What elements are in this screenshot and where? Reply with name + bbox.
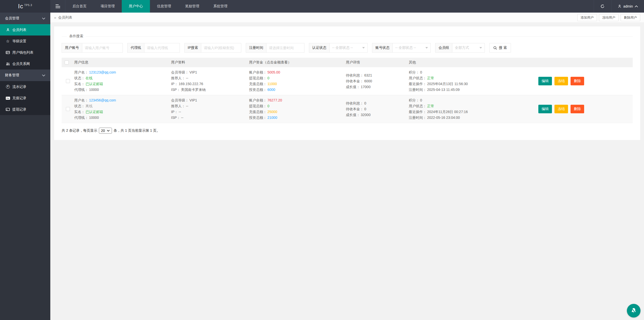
wallet-icon — [6, 51, 10, 54]
sidebar: 会员管理 会员列表 ☆ 等级设置 用户钱包列表 会员关系网 财务管理 — [0, 13, 50, 320]
col-user-funds: 用户资金（点击金额查看） — [249, 60, 346, 65]
hamburger-icon[interactable] — [50, 0, 65, 13]
col-user-profile: 用户资料 — [171, 60, 249, 65]
balance-amount[interactable]: 5005.00 — [267, 70, 280, 74]
refresh-icon[interactable] — [594, 0, 611, 13]
filter-agent-line: 代理线 — [127, 43, 180, 53]
user-status-badge: 正常 — [427, 76, 434, 80]
online-status: 在线 — [86, 76, 93, 80]
delete-button[interactable]: 删除 — [571, 105, 584, 113]
yen-icon: ¥ — [6, 85, 10, 89]
realname-status: 已认证邮箱 — [86, 82, 103, 86]
bell-slash-icon — [630, 307, 637, 314]
app-logo: Ic TP5.3 — [0, 0, 50, 13]
balance-amount[interactable]: 76277.20 — [267, 98, 282, 102]
page-size-select[interactable]: 20 — [99, 128, 112, 134]
pagination-suffix: 条，共 1 页当前显示第 1 页。 — [113, 128, 160, 133]
chevron-down-icon — [107, 130, 110, 132]
filter-label: 账号状态 — [372, 43, 393, 52]
member-group-select[interactable]: 全部方式 — [452, 43, 485, 52]
sidebar-item-label: 充值记录 — [12, 96, 26, 100]
sidebar-item-level-settings[interactable]: ☆ 等级设置 — [0, 35, 50, 47]
top-nav: 后台首页 项目管理 用户中心 信息管理 奖励管理 系统管理 — [65, 0, 234, 13]
username-link[interactable]: 123456@qq.com — [89, 98, 116, 102]
other-cell: 积分：0 用户状态：正常 最近操作：2025年04月13日 11:56:30 注… — [409, 69, 538, 93]
nav-item-rewards[interactable]: 奖励管理 — [178, 0, 206, 13]
sidebar-item-recharge-records[interactable]: Pay 充值记录 — [0, 92, 50, 104]
user-profile-cell: 会员等级：VIP1 推荐人：-- IP：169.150.222.76 ISP：美… — [171, 69, 249, 93]
row-checkbox[interactable] — [66, 79, 70, 83]
auth-status-select[interactable]: -- 全部状态 -- — [330, 43, 367, 52]
recharge-amount[interactable]: 25000 — [267, 110, 277, 114]
breadcrumb-separator: » — [54, 15, 56, 20]
sidebar-item-label: 提现记录 — [12, 107, 26, 112]
network-icon — [6, 62, 10, 65]
agent-line-input[interactable] — [144, 43, 180, 52]
freeze-button[interactable]: 冻结 — [554, 105, 568, 113]
sidebar-item-withdraw-records[interactable]: 提现记录 — [0, 104, 50, 115]
sidebar-group-member-mgmt[interactable]: 会员管理 — [0, 13, 50, 24]
username-link[interactable]: 123123@qq.com — [89, 70, 116, 74]
row-checkbox[interactable] — [66, 107, 70, 111]
chevron-down-icon — [425, 47, 428, 49]
search-button[interactable]: 搜 索 — [489, 43, 511, 53]
user-status-badge: 正常 — [427, 104, 434, 108]
user-account-input[interactable] — [82, 43, 123, 52]
member-icon — [6, 28, 10, 32]
mute-notifications-button[interactable] — [627, 304, 640, 317]
delete-button[interactable]: 删除 — [571, 77, 584, 85]
search-legend: 条件搜索 — [67, 34, 86, 39]
table-row: 用户名：123456@qq.com 状态：离线 实名：已认证邮箱 代理线：100… — [62, 95, 633, 123]
account-status-select[interactable]: -- 全部状态 -- — [393, 43, 430, 52]
edit-button[interactable]: 编辑 — [538, 77, 552, 85]
filter-label: 代理线 — [128, 43, 144, 52]
nav-item-dashboard[interactable]: 后台首页 — [65, 0, 94, 13]
filter-user-account: 用户账号 — [62, 43, 123, 53]
search-fieldset: 条件搜索 用户账号 代理线 IP搜索 注册时间 — [62, 34, 633, 53]
chevron-up-icon — [635, 5, 638, 8]
filter-label: IP搜索 — [185, 43, 201, 52]
edit-button[interactable]: 编辑 — [538, 105, 552, 113]
nav-item-projects[interactable]: 项目管理 — [94, 0, 122, 13]
nav-item-system[interactable]: 系统管理 — [206, 0, 234, 13]
withdraw-amount[interactable]: 0 — [267, 104, 269, 108]
search-filters: 用户账号 代理线 IP搜索 注册时间 认证状态 — [62, 43, 633, 53]
sidebar-item-member-network[interactable]: 会员关系网 — [0, 58, 50, 69]
register-time-input[interactable] — [266, 43, 304, 52]
row-actions: 编辑 冻结 删除 — [538, 97, 633, 121]
user-menu[interactable]: admin — [611, 0, 644, 13]
invest-amount[interactable]: 21000 — [267, 116, 277, 120]
pagination-prefix: 共 2 条记录，每页显示 — [62, 128, 97, 133]
nav-item-user-center[interactable]: 用户中心 — [122, 0, 150, 13]
sidebar-item-transaction-log[interactable]: ¥ 流水记录 — [0, 81, 50, 92]
filter-label: 注册时间 — [246, 43, 266, 52]
sidebar-item-user-wallets[interactable]: 用户钱包列表 — [0, 47, 50, 58]
col-other: 其他 — [409, 60, 538, 65]
nav-item-info[interactable]: 信息管理 — [150, 0, 178, 13]
filter-ip-search: IP搜索 — [184, 43, 241, 53]
realname-status: 已认证邮箱 — [86, 110, 103, 114]
sidebar-group-finance-mgmt[interactable]: 财务管理 — [0, 69, 50, 81]
topbar: Ic TP5.3 后台首页 项目管理 用户中心 信息管理 奖励管理 系统管理 a… — [0, 0, 644, 13]
chevron-down-icon — [42, 17, 45, 20]
breadcrumb: » 会员列表 — [54, 15, 72, 20]
sidebar-item-member-list[interactable]: 会员列表 — [0, 24, 50, 35]
star-icon: ☆ — [6, 39, 10, 44]
invest-amount[interactable]: 6000 — [267, 88, 275, 92]
select-all-checkbox[interactable] — [65, 60, 69, 64]
withdraw-amount[interactable]: 0 — [267, 76, 269, 80]
sidebar-item-label: 会员关系网 — [12, 62, 30, 66]
recharge-amount[interactable]: 11000 — [267, 82, 277, 86]
ip-search-input[interactable] — [201, 43, 241, 52]
breadcrumb-bar: » 会员列表 添加用户 冻结用户 删除用户 — [50, 13, 644, 23]
freeze-user-button[interactable]: 冻结用户 — [599, 14, 619, 21]
chevron-down-icon — [479, 47, 482, 49]
user-info-cell: 用户名：123456@qq.com 状态：离线 实名：已认证邮箱 代理线：100… — [74, 97, 171, 121]
pagination: 共 2 条记录，每页显示 20 条，共 1 页当前显示第 1 页。 — [62, 128, 633, 134]
row-actions: 编辑 冻结 删除 — [538, 69, 633, 93]
add-user-button[interactable]: 添加用户 — [577, 14, 597, 21]
delete-user-button[interactable]: 删除用户 — [621, 14, 640, 21]
user-info-cell: 用户名：123123@qq.com 状态：在线 实名：已认证邮箱 代理线：100… — [74, 69, 171, 93]
freeze-button[interactable]: 冻结 — [554, 77, 568, 85]
user-icon — [618, 4, 622, 8]
